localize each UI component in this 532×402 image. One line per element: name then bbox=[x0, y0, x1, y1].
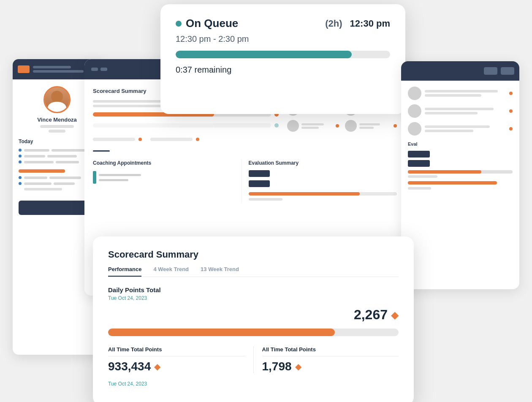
rp-eval-tag bbox=[408, 151, 430, 158]
coaching-item bbox=[93, 171, 242, 184]
rp-dot bbox=[509, 92, 513, 95]
sc-bottom-left: All Time Total Points 933,434 ◆ bbox=[108, 346, 254, 373]
nav-dot bbox=[91, 68, 98, 71]
rp-lines bbox=[425, 125, 506, 132]
mc-coaching: Coaching Appointments bbox=[93, 160, 242, 203]
teal-dot bbox=[274, 123, 279, 128]
queue-progress-fill bbox=[176, 51, 352, 58]
avatar-badge-line bbox=[49, 130, 65, 133]
rp-eval-tags bbox=[408, 151, 513, 167]
rp-header bbox=[401, 61, 519, 81]
sc-progress-bar bbox=[108, 329, 399, 336]
all-time-left-value: 933,434 bbox=[108, 360, 151, 373]
avatar-section: Vince Mendoza bbox=[19, 86, 95, 133]
score-row: 2,267 ◆ bbox=[108, 307, 399, 323]
queue-remaining: 0:37 remaining bbox=[176, 65, 390, 75]
coaching-lines bbox=[99, 174, 141, 181]
user-name: Vince Mendoza bbox=[37, 117, 77, 123]
mc-item-dot2 bbox=[394, 124, 397, 128]
rp-lines bbox=[425, 108, 506, 114]
mc-item-dot bbox=[336, 124, 339, 128]
queue-meta: (2h) 12:30 pm bbox=[325, 18, 390, 29]
rp-avatar bbox=[408, 87, 421, 100]
tab-13week[interactable]: 13 Week Trend bbox=[201, 266, 239, 277]
small-progress-row bbox=[93, 138, 142, 141]
sc-progress-fill bbox=[108, 329, 335, 336]
queue-time: 12:30 pm bbox=[350, 18, 390, 29]
rp-btn1[interactable] bbox=[484, 67, 497, 75]
eval-progress bbox=[249, 192, 397, 201]
all-time-right-value-row: 1,798 ◆ bbox=[262, 360, 399, 373]
small-orange-dot bbox=[138, 138, 142, 141]
today-items bbox=[19, 149, 95, 163]
rp-lines bbox=[425, 90, 506, 97]
queue-duration: (2h) bbox=[325, 18, 342, 29]
rp-item bbox=[408, 104, 513, 118]
dot-blue bbox=[19, 176, 22, 179]
rp-items bbox=[408, 87, 513, 136]
sidebar-more-item bbox=[19, 176, 95, 179]
all-time-left-value-row: 933,434 ◆ bbox=[108, 360, 245, 373]
daily-date: Tue Oct 24, 2023 bbox=[108, 295, 399, 301]
small-bar2 bbox=[150, 138, 193, 141]
small-progress-row2 bbox=[150, 138, 199, 141]
mc-eval-section: Evaluation Summary bbox=[242, 160, 397, 203]
today-item bbox=[19, 149, 95, 152]
tab-4week[interactable]: 4 Week Trend bbox=[153, 266, 189, 277]
nav-dots bbox=[91, 68, 107, 71]
eval-tag2 bbox=[249, 180, 270, 187]
queue-title: On Queue bbox=[186, 17, 238, 30]
daily-score: 2,267 bbox=[354, 307, 388, 323]
small-progress-section bbox=[93, 138, 142, 144]
coaching-title: Coaching Appointments bbox=[93, 160, 242, 166]
rp-dot bbox=[509, 109, 513, 113]
small-orange-dot2 bbox=[196, 138, 199, 141]
today-item bbox=[19, 160, 95, 163]
rp-dot bbox=[509, 127, 513, 130]
diamond-icon-right: ◆ bbox=[295, 361, 301, 372]
rp-eval-tag2 bbox=[408, 160, 430, 167]
small-progress-section2 bbox=[150, 138, 199, 144]
avatar-sub-line bbox=[40, 125, 74, 128]
rp-avatar bbox=[408, 122, 421, 136]
rp-eval-bar bbox=[408, 170, 513, 174]
mc-avatar2 bbox=[345, 120, 357, 132]
coaching-items bbox=[93, 171, 242, 184]
diamond-icon-left: ◆ bbox=[154, 361, 160, 372]
diamond-icon: ◆ bbox=[391, 309, 399, 321]
rp-item bbox=[408, 87, 513, 100]
eval-tag bbox=[249, 170, 270, 177]
dot-blue bbox=[19, 160, 22, 163]
rp-eval-section: Eval bbox=[408, 141, 513, 190]
today-item bbox=[19, 155, 95, 158]
score-right: 2,267 ◆ bbox=[354, 307, 399, 323]
mc-right-item bbox=[287, 120, 339, 132]
rp-item bbox=[408, 122, 513, 136]
daily-points-label: Daily Points Total bbox=[108, 286, 399, 293]
main-progress-row2 bbox=[93, 123, 279, 128]
all-time-right-value: 1,798 bbox=[262, 360, 292, 373]
right-panel: Eval bbox=[401, 61, 519, 289]
rp-btn2[interactable] bbox=[501, 67, 514, 75]
mc-second-row: Coaching Appointments Evaluation Summary bbox=[84, 160, 405, 212]
sidebar-action-button[interactable] bbox=[19, 201, 95, 215]
sidebar-more-items bbox=[19, 176, 95, 190]
nav-dot bbox=[100, 68, 107, 71]
sc-bottom-row: All Time Total Points 933,434 ◆ All Time… bbox=[108, 346, 399, 373]
mc-avatar bbox=[287, 120, 299, 132]
scorecard-front-title: Scorecard Summary bbox=[108, 249, 399, 260]
queue-status: On Queue bbox=[176, 17, 238, 30]
eval-bar bbox=[249, 192, 397, 196]
tab-performance[interactable]: Performance bbox=[108, 266, 141, 277]
all-time-right-label: All Time Total Points bbox=[262, 346, 399, 353]
mc-right-item2 bbox=[345, 120, 397, 132]
queue-status-dot bbox=[176, 21, 182, 27]
rp-avatar bbox=[408, 104, 421, 118]
mc-underline bbox=[93, 150, 110, 152]
scorecard-tabs[interactable]: Performance 4 Week Trend 13 Week Trend bbox=[108, 266, 399, 277]
dot-blue bbox=[19, 149, 22, 152]
dot-blue bbox=[19, 155, 22, 158]
orange-progress-bar bbox=[19, 169, 65, 173]
avatar-ring bbox=[43, 86, 71, 113]
queue-card: On Queue (2h) 12:30 pm 12:30 pm - 2:30 p… bbox=[160, 4, 405, 114]
